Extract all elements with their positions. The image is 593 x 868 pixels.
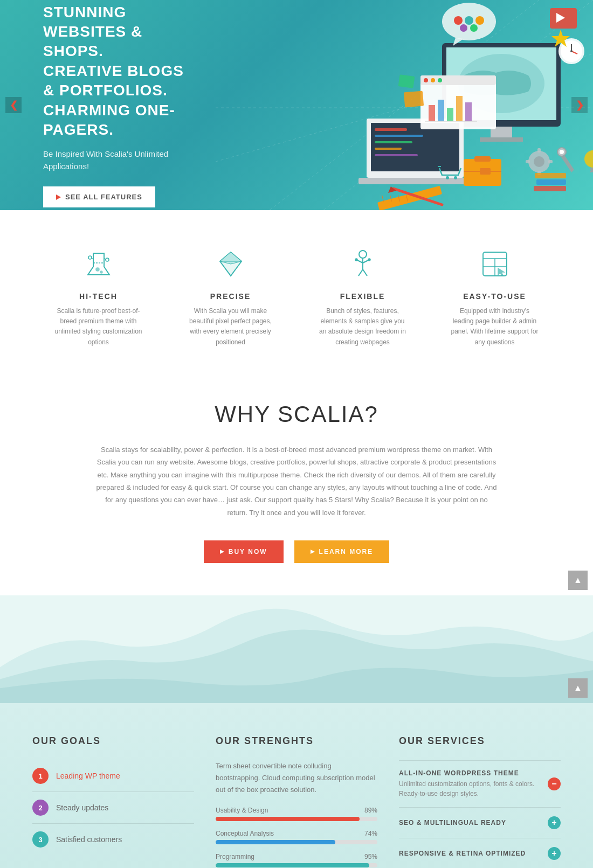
hero-line2: CREATIVE BLOGS & PORTFOLIOS. [43,63,184,99]
learn-label: LEARN MORE [319,548,374,555]
hitech-icon [53,242,144,286]
feature-easy: EASY-TO-USE Equipped with industry's lea… [441,242,549,348]
svg-rect-22 [429,105,435,121]
progress-usability-label: Usability & Design 89% [216,807,377,814]
bottom-grid: OUR GOALS 1 Leading WP theme 2 Steady up… [32,735,561,868]
svg-point-21 [438,78,442,82]
svg-line-63 [382,195,383,202]
service-icon-3[interactable]: + [548,847,561,860]
svg-rect-51 [537,148,541,152]
progress-programming: Programming 95% [216,853,377,867]
hero-illustration [216,0,593,210]
hero-line1: STUNNING WEBSITES & SHOPS. [43,4,142,60]
buy-now-button[interactable]: BUY NOW [204,540,284,563]
easy-desc: Equipped with industry's leading page bu… [449,306,541,348]
svg-point-69 [446,176,449,179]
svg-rect-75 [404,91,424,107]
precise-desc: With Scalia you will make beautiful pixe… [185,306,277,348]
progress-bar-usability [216,817,377,821]
svg-rect-76 [398,74,415,88]
svg-point-41 [570,50,573,52]
svg-rect-58 [590,168,593,171]
svg-point-31 [465,16,473,25]
flexible-icon [317,242,409,286]
progress-conceptual-label: Conceptual Analysis 74% [216,830,377,837]
service-details-1: ALL-IN-ONE WORDPRESS THEME Unlimited cus… [399,769,542,798]
svg-rect-62 [377,186,442,210]
svg-point-32 [475,16,484,25]
hero-section: ❮ STUNNING WEBSITES & SHOPS. CREATIVE BL… [0,0,593,210]
progress-value: 89% [364,807,377,814]
svg-point-56 [560,150,564,154]
why-section: WHY SCALIA? Scalia stays for scalability… [0,369,593,595]
svg-point-95 [368,259,370,261]
hero-prev-arrow[interactable]: ❮ [5,97,22,113]
services-list: ALL-IN-ONE WORDPRESS THEME Unlimited cus… [399,760,561,868]
goals-list: 1 Leading WP theme 2 Steady updates 3 Sa… [32,760,194,855]
svg-rect-74 [535,173,566,178]
goal-label-2: Steady updates [56,803,108,812]
svg-rect-73 [536,179,566,185]
learn-play-icon [311,550,315,554]
svg-rect-46 [474,156,491,162]
why-body: Scalia stays for scalability, power & pe… [94,443,499,519]
svg-line-92 [358,269,363,276]
svg-rect-53 [526,160,530,163]
service-icon-1[interactable]: − [548,777,561,790]
feature-flexible: FLEXIBLE Bunch of styles, features, elem… [309,242,417,348]
service-icon-2[interactable]: + [548,816,561,829]
learn-more-button[interactable]: LEARN MORE [294,540,390,563]
services-title: OUR SERVICES [399,735,561,747]
svg-point-34 [470,24,478,32]
play-icon [56,195,61,200]
svg-rect-54 [548,160,553,163]
progress-programming-label: Programming 95% [216,853,377,860]
buy-label: BUY NOW [229,548,267,555]
progress-fill-programming [216,863,369,867]
see-all-features-button[interactable]: SEE ALL FEATURES [43,186,155,207]
hitech-title: HI-TECH [53,292,144,301]
mountain-section: ▲ [0,595,593,703]
svg-point-82 [106,258,109,261]
goal-label-3: Satisfied customers [56,835,122,844]
goal-link-1[interactable]: Leading WP theme [56,772,120,780]
hitech-desc: Scalia is future-proof best-of-breed pre… [53,306,144,348]
list-item: 2 Steady updates [32,792,194,824]
why-buttons: BUY NOW LEARN MORE [54,540,539,563]
progress-value-2: 74% [364,830,377,837]
svg-marker-100 [498,268,504,276]
list-item: SEO & MULTILINGUAL READY + [399,808,561,838]
buy-play-icon [220,550,224,554]
why-heading: WHY SCALIA? [54,401,539,427]
hero-subtitle: Be Inspired With Scalia's Unlimited Appl… [43,148,199,172]
goal-num-2: 2 [32,800,49,816]
hero-line3: CHARMING ONE-PAGERS. [43,102,175,138]
svg-point-57 [584,150,593,168]
progress-fill-conceptual [216,840,335,844]
scroll-up-button-1[interactable]: ▲ [568,571,588,590]
svg-rect-23 [438,100,444,121]
svg-rect-13 [375,141,412,143]
progress-bar-programming [216,863,377,867]
hero-next-arrow[interactable]: ❯ [571,97,588,113]
svg-rect-11 [375,128,407,131]
svg-rect-72 [534,186,566,191]
progress-bar-conceptual [216,840,377,844]
svg-rect-48 [480,168,491,175]
goals-column: OUR GOALS 1 Leading WP theme 2 Steady up… [32,735,194,868]
svg-point-79 [96,268,99,271]
svg-point-19 [424,78,428,82]
svg-rect-26 [465,102,472,121]
goals-title: OUR GOALS [32,735,194,747]
svg-rect-14 [375,148,402,150]
service-desc-1: Unlimited customization options, fonts &… [399,779,542,798]
svg-point-94 [355,259,357,261]
hero-heading: STUNNING WEBSITES & SHOPS. CREATIVE BLOG… [43,3,199,140]
svg-rect-25 [456,96,463,121]
list-item: 1 Leading WP theme [32,760,194,792]
scroll-up-button-2[interactable]: ▲ [568,678,588,698]
list-item: ALL-IN-ONE WORDPRESS THEME Unlimited cus… [399,760,561,808]
hero-cta-label: SEE ALL FEATURES [65,193,142,201]
flexible-desc: Bunch of styles, features, elements & sa… [317,306,409,348]
svg-point-81 [88,256,92,259]
